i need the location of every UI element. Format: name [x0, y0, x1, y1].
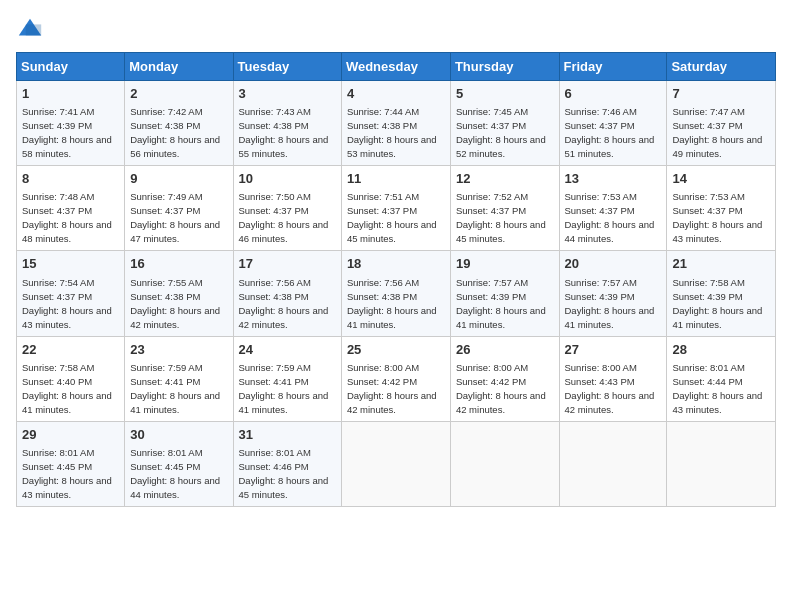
day-number: 21 [672, 255, 770, 273]
day-number: 1 [22, 85, 119, 103]
day-number: 26 [456, 341, 554, 359]
calendar-cell: 7Sunrise: 7:47 AMSunset: 4:37 PMDaylight… [667, 81, 776, 166]
column-header-monday: Monday [125, 53, 233, 81]
day-number: 11 [347, 170, 445, 188]
day-number: 17 [239, 255, 336, 273]
day-info: Sunrise: 8:01 AMSunset: 4:46 PMDaylight:… [239, 447, 329, 500]
column-header-saturday: Saturday [667, 53, 776, 81]
day-info: Sunrise: 7:46 AMSunset: 4:37 PMDaylight:… [565, 106, 655, 159]
day-number: 15 [22, 255, 119, 273]
calendar-cell: 8Sunrise: 7:48 AMSunset: 4:37 PMDaylight… [17, 166, 125, 251]
day-number: 24 [239, 341, 336, 359]
day-info: Sunrise: 7:59 AMSunset: 4:41 PMDaylight:… [130, 362, 220, 415]
calendar-table: SundayMondayTuesdayWednesdayThursdayFrid… [16, 52, 776, 507]
svg-marker-2 [26, 24, 41, 35]
column-header-thursday: Thursday [450, 53, 559, 81]
day-number: 7 [672, 85, 770, 103]
calendar-cell [667, 421, 776, 506]
day-number: 20 [565, 255, 662, 273]
calendar-cell: 21Sunrise: 7:58 AMSunset: 4:39 PMDayligh… [667, 251, 776, 336]
day-number: 4 [347, 85, 445, 103]
calendar-cell: 4Sunrise: 7:44 AMSunset: 4:38 PMDaylight… [341, 81, 450, 166]
day-number: 2 [130, 85, 227, 103]
day-info: Sunrise: 7:52 AMSunset: 4:37 PMDaylight:… [456, 191, 546, 244]
calendar-cell: 29Sunrise: 8:01 AMSunset: 4:45 PMDayligh… [17, 421, 125, 506]
day-number: 30 [130, 426, 227, 444]
day-info: Sunrise: 8:01 AMSunset: 4:44 PMDaylight:… [672, 362, 762, 415]
day-number: 5 [456, 85, 554, 103]
day-number: 14 [672, 170, 770, 188]
day-number: 19 [456, 255, 554, 273]
calendar-cell: 13Sunrise: 7:53 AMSunset: 4:37 PMDayligh… [559, 166, 667, 251]
day-info: Sunrise: 7:48 AMSunset: 4:37 PMDaylight:… [22, 191, 112, 244]
day-info: Sunrise: 7:56 AMSunset: 4:38 PMDaylight:… [347, 277, 437, 330]
day-number: 10 [239, 170, 336, 188]
day-info: Sunrise: 7:45 AMSunset: 4:37 PMDaylight:… [456, 106, 546, 159]
calendar-header: SundayMondayTuesdayWednesdayThursdayFrid… [17, 53, 776, 81]
calendar-cell: 19Sunrise: 7:57 AMSunset: 4:39 PMDayligh… [450, 251, 559, 336]
day-number: 8 [22, 170, 119, 188]
calendar-cell: 6Sunrise: 7:46 AMSunset: 4:37 PMDaylight… [559, 81, 667, 166]
day-number: 31 [239, 426, 336, 444]
calendar-cell: 14Sunrise: 7:53 AMSunset: 4:37 PMDayligh… [667, 166, 776, 251]
day-info: Sunrise: 7:58 AMSunset: 4:40 PMDaylight:… [22, 362, 112, 415]
calendar-cell: 15Sunrise: 7:54 AMSunset: 4:37 PMDayligh… [17, 251, 125, 336]
calendar-cell: 28Sunrise: 8:01 AMSunset: 4:44 PMDayligh… [667, 336, 776, 421]
column-header-wednesday: Wednesday [341, 53, 450, 81]
calendar-cell: 10Sunrise: 7:50 AMSunset: 4:37 PMDayligh… [233, 166, 341, 251]
day-info: Sunrise: 7:53 AMSunset: 4:37 PMDaylight:… [565, 191, 655, 244]
day-info: Sunrise: 8:00 AMSunset: 4:43 PMDaylight:… [565, 362, 655, 415]
calendar-cell: 2Sunrise: 7:42 AMSunset: 4:38 PMDaylight… [125, 81, 233, 166]
day-info: Sunrise: 8:00 AMSunset: 4:42 PMDaylight:… [456, 362, 546, 415]
day-number: 25 [347, 341, 445, 359]
day-info: Sunrise: 7:42 AMSunset: 4:38 PMDaylight:… [130, 106, 220, 159]
calendar-cell: 31Sunrise: 8:01 AMSunset: 4:46 PMDayligh… [233, 421, 341, 506]
day-number: 12 [456, 170, 554, 188]
calendar-cell: 12Sunrise: 7:52 AMSunset: 4:37 PMDayligh… [450, 166, 559, 251]
day-info: Sunrise: 7:43 AMSunset: 4:38 PMDaylight:… [239, 106, 329, 159]
calendar-cell: 11Sunrise: 7:51 AMSunset: 4:37 PMDayligh… [341, 166, 450, 251]
calendar-cell: 30Sunrise: 8:01 AMSunset: 4:45 PMDayligh… [125, 421, 233, 506]
day-info: Sunrise: 7:47 AMSunset: 4:37 PMDaylight:… [672, 106, 762, 159]
calendar-cell: 18Sunrise: 7:56 AMSunset: 4:38 PMDayligh… [341, 251, 450, 336]
day-number: 6 [565, 85, 662, 103]
day-number: 28 [672, 341, 770, 359]
day-number: 18 [347, 255, 445, 273]
calendar-cell: 5Sunrise: 7:45 AMSunset: 4:37 PMDaylight… [450, 81, 559, 166]
calendar-cell [341, 421, 450, 506]
calendar-cell: 3Sunrise: 7:43 AMSunset: 4:38 PMDaylight… [233, 81, 341, 166]
day-info: Sunrise: 7:55 AMSunset: 4:38 PMDaylight:… [130, 277, 220, 330]
calendar-cell: 25Sunrise: 8:00 AMSunset: 4:42 PMDayligh… [341, 336, 450, 421]
day-info: Sunrise: 7:51 AMSunset: 4:37 PMDaylight:… [347, 191, 437, 244]
day-info: Sunrise: 7:59 AMSunset: 4:41 PMDaylight:… [239, 362, 329, 415]
day-info: Sunrise: 7:57 AMSunset: 4:39 PMDaylight:… [456, 277, 546, 330]
column-header-friday: Friday [559, 53, 667, 81]
day-number: 16 [130, 255, 227, 273]
calendar-cell: 17Sunrise: 7:56 AMSunset: 4:38 PMDayligh… [233, 251, 341, 336]
calendar-cell: 26Sunrise: 8:00 AMSunset: 4:42 PMDayligh… [450, 336, 559, 421]
column-header-tuesday: Tuesday [233, 53, 341, 81]
calendar-cell [559, 421, 667, 506]
calendar-cell: 20Sunrise: 7:57 AMSunset: 4:39 PMDayligh… [559, 251, 667, 336]
day-number: 13 [565, 170, 662, 188]
day-info: Sunrise: 7:57 AMSunset: 4:39 PMDaylight:… [565, 277, 655, 330]
day-info: Sunrise: 7:44 AMSunset: 4:38 PMDaylight:… [347, 106, 437, 159]
calendar-cell: 9Sunrise: 7:49 AMSunset: 4:37 PMDaylight… [125, 166, 233, 251]
day-info: Sunrise: 7:41 AMSunset: 4:39 PMDaylight:… [22, 106, 112, 159]
column-header-sunday: Sunday [17, 53, 125, 81]
day-info: Sunrise: 8:01 AMSunset: 4:45 PMDaylight:… [130, 447, 220, 500]
page-header [16, 16, 776, 44]
day-number: 27 [565, 341, 662, 359]
day-info: Sunrise: 7:50 AMSunset: 4:37 PMDaylight:… [239, 191, 329, 244]
calendar-cell: 23Sunrise: 7:59 AMSunset: 4:41 PMDayligh… [125, 336, 233, 421]
day-info: Sunrise: 7:54 AMSunset: 4:37 PMDaylight:… [22, 277, 112, 330]
day-number: 3 [239, 85, 336, 103]
day-info: Sunrise: 8:00 AMSunset: 4:42 PMDaylight:… [347, 362, 437, 415]
day-number: 23 [130, 341, 227, 359]
calendar-cell: 16Sunrise: 7:55 AMSunset: 4:38 PMDayligh… [125, 251, 233, 336]
logo [16, 16, 48, 44]
day-info: Sunrise: 8:01 AMSunset: 4:45 PMDaylight:… [22, 447, 112, 500]
calendar-cell: 22Sunrise: 7:58 AMSunset: 4:40 PMDayligh… [17, 336, 125, 421]
day-number: 22 [22, 341, 119, 359]
day-info: Sunrise: 7:58 AMSunset: 4:39 PMDaylight:… [672, 277, 762, 330]
